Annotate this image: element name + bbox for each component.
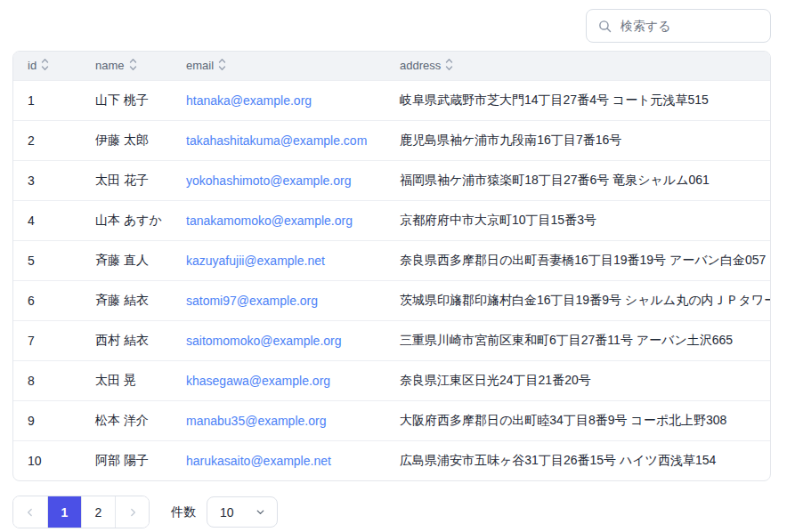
table-row: 1山下 桃子htanaka@example.org岐阜県武蔵野市芝大門14丁目2… [13,80,770,120]
column-header-id[interactable]: id [13,52,81,80]
table-row: 2伊藤 太郎takahashitakuma@example.com鹿児島県袖ケ浦… [13,120,770,160]
cell-name: 山下 桃子 [81,80,172,120]
table-row: 7西村 結衣saitomomoko@example.org三重県川崎市宮前区東和… [13,320,770,360]
cell-address: 奈良県西多摩郡日の出町吾妻橋16丁目19番19号 アーバン白金057 [385,240,770,280]
table-row: 8太田 晃khasegawa@example.org奈良県江東区日光24丁目21… [13,360,770,400]
cell-address: 岐阜県武蔵野市芝大門14丁目27番4号 コート元浅草515 [385,80,770,120]
cell-address: 広島県浦安市五味ヶ谷31丁目26番15号 ハイツ西浅草154 [385,440,770,480]
cell-address: 京都府府中市大京町10丁目15番3号 [385,200,770,240]
table-body: 1山下 桃子htanaka@example.org岐阜県武蔵野市芝大門14丁目2… [13,80,770,480]
cell-name: 斉藤 結衣 [81,280,172,320]
page-button-2[interactable]: 2 [81,496,115,528]
table-row: 9松本 洋介manabu35@example.org大阪府西多摩郡日の出町睦34… [13,400,770,440]
sort-icon[interactable] [41,58,49,74]
cell-id: 9 [13,400,81,440]
cell-name: 伊藤 太郎 [81,120,172,160]
cell-address: 奈良県江東区日光24丁目21番20号 [385,360,770,400]
sort-icon[interactable] [445,58,453,74]
cell-id: 3 [13,160,81,200]
page: id name email address 1山下 桃子htanaka@exam… [0,0,795,528]
data-table: id name email address 1山下 桃子htanaka@exam… [12,51,771,481]
cell-id: 4 [13,200,81,240]
column-label: address [400,59,441,72]
search-icon [597,19,621,34]
cell-address: 鹿児島県袖ケ浦市九段南16丁目7番16号 [385,120,770,160]
sort-icon[interactable] [129,58,137,74]
cell-id: 5 [13,240,81,280]
cell-address: 福岡県袖ケ浦市猿楽町18丁目27番6号 竜泉シャルム061 [385,160,770,200]
cell-name: 太田 花子 [81,160,172,200]
column-label: name [95,59,125,72]
cell-name: 山本 あすか [81,200,172,240]
cell-email[interactable]: harukasaito@example.net [172,440,385,480]
cell-id: 7 [13,320,81,360]
cell-id: 6 [13,280,81,320]
cell-email[interactable]: takahashitakuma@example.com [172,120,385,160]
table-row: 6斉藤 結衣satomi97@example.org茨城県印旛郡印旛村白金16丁… [13,280,770,320]
cell-email[interactable]: khasegawa@example.org [172,360,385,400]
table-row: 4山本 あすかtanakamomoko@example.org京都府府中市大京町… [13,200,770,240]
pagination: 1 2 [12,496,150,528]
table-footer: 1 2 件数 10 [12,496,771,528]
column-header-name[interactable]: name [81,52,172,80]
cell-id: 2 [13,120,81,160]
cell-email[interactable]: saitomomoko@example.org [172,320,385,360]
cell-id: 1 [13,80,81,120]
cell-address: 三重県川崎市宮前区東和町6丁目27番11号 アーバン土沢665 [385,320,770,360]
table-row: 3太田 花子yokohashimoto@example.org福岡県袖ケ浦市猿楽… [13,160,770,200]
cell-name: 西村 結衣 [81,320,172,360]
column-label: email [186,59,214,72]
sort-icon[interactable] [218,58,226,74]
cell-email[interactable]: satomi97@example.org [172,280,385,320]
cell-name: 斉藤 直人 [81,240,172,280]
table-row: 10阿部 陽子harukasaito@example.net広島県浦安市五味ヶ谷… [13,440,770,480]
cell-id: 10 [13,440,81,480]
table-header-row: id name email address [13,52,770,80]
column-header-email[interactable]: email [172,52,385,80]
column-label: id [28,59,37,72]
search-box[interactable] [586,9,771,43]
cell-id: 8 [13,360,81,400]
cell-email[interactable]: manabu35@example.org [172,400,385,440]
cell-address: 茨城県印旛郡印旛村白金16丁目19番9号 シャルム丸の内ＪＰタワー925 [385,280,770,320]
prev-page-button[interactable] [13,496,47,528]
cell-address: 大阪府西多摩郡日の出町睦34丁目8番9号 コーポ北上野308 [385,400,770,440]
search-input[interactable] [621,19,759,33]
count-label: 件数 [171,504,196,520]
cell-email[interactable]: yokohashimoto@example.org [172,160,385,200]
table-row: 5斉藤 直人kazuyafujii@example.net奈良県西多摩郡日の出町… [13,240,770,280]
cell-name: 阿部 陽子 [81,440,172,480]
page-size-select[interactable]: 10 [207,496,278,528]
page-button-1[interactable]: 1 [47,496,81,528]
next-page-button[interactable] [115,496,149,528]
chevron-down-icon [255,506,266,518]
cell-email[interactable]: tanakamomoko@example.org [172,200,385,240]
page-size-value: 10 [220,505,255,520]
search-row [12,9,771,43]
column-header-address[interactable]: address [385,52,770,80]
cell-email[interactable]: htanaka@example.org [172,80,385,120]
cell-name: 太田 晃 [81,360,172,400]
cell-email[interactable]: kazuyafujii@example.net [172,240,385,280]
cell-name: 松本 洋介 [81,400,172,440]
